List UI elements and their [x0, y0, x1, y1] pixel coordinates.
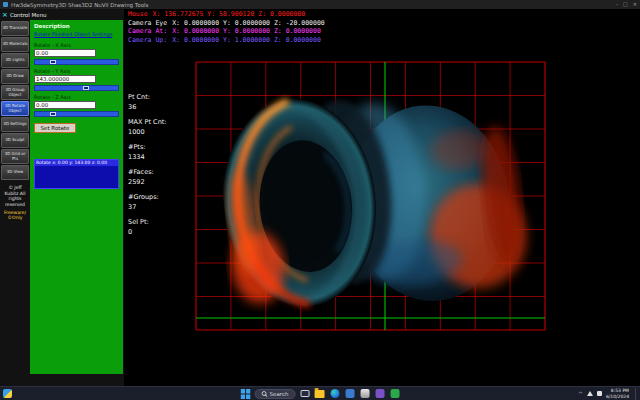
volume-icon[interactable]: [597, 391, 602, 396]
rotate-x-input[interactable]: [34, 49, 96, 57]
stat-sel-pt-value: 0: [128, 228, 167, 238]
stat-max-pt-cnt-label: MAX Pt Cnt:: [128, 118, 167, 128]
viewport-canvas: [124, 9, 640, 386]
copyright-text: © Jeff Kubitz All rights reserved: [1, 185, 29, 207]
app4-button[interactable]: [389, 388, 400, 399]
close-button[interactable]: ✕: [633, 0, 637, 9]
screen: Hw3daSymmetry3D Shas3D2 NuVil Drawing To…: [0, 0, 640, 400]
camera-at-coords: X: 0.0000000 Y: 0.0000000 Z: 0.0000000: [172, 27, 321, 35]
taskbar-center: Search: [240, 388, 401, 399]
app-body: × Control Menu 3D Translate 3D Materials…: [0, 9, 640, 386]
rotate-z-slider-thumb[interactable]: [50, 112, 56, 116]
rotate-x-slider[interactable]: [34, 59, 119, 65]
model-stats: Pt Cnt:36 MAX Pt Cnt:1000 #Pts:1334 #Fac…: [128, 93, 167, 243]
edge-button[interactable]: [329, 388, 340, 399]
rotate-y-slider[interactable]: [34, 85, 119, 91]
tool-button-sculpt[interactable]: 3D Sculpt: [1, 133, 29, 148]
tool-button-lights[interactable]: 3D Lights: [1, 53, 29, 68]
app3-button[interactable]: [374, 388, 385, 399]
camera-eye-label: Camera Eye: [128, 19, 167, 27]
sidebar-header: × Control Menu: [0, 9, 124, 20]
description-label: Description: [34, 23, 119, 29]
rotate-z-label: Rotate - Z Axis: [34, 94, 119, 100]
grid-overlay: [196, 62, 545, 330]
app2-button[interactable]: [359, 388, 370, 399]
app2-icon: [360, 389, 369, 398]
minimize-button[interactable]: –: [616, 0, 619, 9]
stat-pts-value: 1334: [128, 153, 167, 163]
network-icon[interactable]: [587, 391, 593, 396]
taskbar-clock[interactable]: 8:53 PM 6/10/2024: [606, 388, 629, 399]
tool-button-settings[interactable]: 3D Settings: [1, 117, 29, 132]
rotate-z-slider[interactable]: [34, 111, 119, 117]
stat-faces: #Faces:2592: [128, 168, 167, 187]
app3-icon: [375, 389, 384, 398]
tool-button-group-object[interactable]: 3D Group Object: [1, 85, 29, 100]
vase-3d-object: [213, 76, 532, 322]
camera-eye-readout: Camera EyeX: 0.0000000 Y: 0.0000000 Z: -…: [128, 19, 325, 28]
stat-pts: #Pts:1334: [128, 143, 167, 162]
viewport-3d[interactable]: MouseX: 136.772675 Y: 58.900120 Z: 0.000…: [124, 9, 640, 386]
rotate-x-label: Rotate - X Axis: [34, 42, 119, 48]
edge-icon: [330, 389, 339, 398]
camera-up-coords: X: 0.0000000 Y: 1.0000000 Z: 0.0000000: [172, 36, 321, 44]
widgets-icon[interactable]: [3, 389, 12, 398]
tool-button-translate[interactable]: 3D Translate: [1, 21, 29, 36]
tool-button-grid-pts[interactable]: 3D Grid or Pts: [1, 149, 29, 164]
freeware-text: Freeware/ ©Only: [1, 210, 29, 220]
hidden-icons-chevron[interactable]: ^: [578, 387, 583, 400]
window-titlebar[interactable]: Hw3daSymmetry3D Shas3D2 NuVil Drawing To…: [0, 0, 640, 9]
rotate-status-box: Rotate x: 0.00 y: 143.00 z: 0.00: [34, 159, 119, 189]
stat-pts-label: #Pts:: [128, 143, 167, 153]
taskbar-search[interactable]: Search: [255, 389, 296, 399]
stat-sel-pt: Sel Pt:0: [128, 218, 167, 237]
stat-groups-label: #Groups:: [128, 193, 167, 203]
taskbar: Search ^ 8:53 PM 6/10/2024: [0, 386, 640, 400]
camera-up-readout: Camera Up:X: 0.0000000 Y: 1.0000000 Z: 0…: [128, 36, 325, 45]
tool-button-materials[interactable]: 3D Materials: [1, 37, 29, 52]
file-explorer-icon: [315, 390, 325, 398]
rotate-x-slider-thumb[interactable]: [50, 60, 56, 64]
control-sidebar: × Control Menu 3D Translate 3D Materials…: [0, 9, 124, 386]
stat-pt-cnt-label: Pt Cnt:: [128, 93, 167, 103]
camera-at-readout: Camera At:X: 0.0000000 Y: 0.0000000 Z: 0…: [128, 27, 325, 36]
show-desktop-button[interactable]: [635, 388, 637, 400]
system-tray: ^ 8:53 PM 6/10/2024: [578, 387, 637, 400]
mouse-label: Mouse: [128, 10, 148, 18]
task-view-icon: [300, 390, 309, 397]
file-explorer-button[interactable]: [314, 388, 325, 399]
rotate-y-slider-thumb[interactable]: [83, 86, 89, 90]
app1-button[interactable]: [344, 388, 355, 399]
tray-date: 6/10/2024: [606, 394, 629, 400]
stat-faces-value: 2592: [128, 178, 167, 188]
maximize-button[interactable]: □: [623, 0, 628, 9]
tool-button-draw[interactable]: 3D Draw: [1, 69, 29, 84]
tool-button-view[interactable]: 3D View: [1, 165, 29, 180]
app-logo-icon: ×: [2, 11, 8, 19]
window-title: Hw3daSymmetry3D Shas3D2 NuVil Drawing To…: [11, 2, 148, 8]
rotate-object-panel: Description Rotate Finished Object Setti…: [30, 20, 123, 374]
rotate-y-input[interactable]: [34, 75, 96, 83]
rotate-settings-link[interactable]: Rotate Finished Object Settings: [34, 31, 119, 37]
stat-sel-pt-label: Sel Pt:: [128, 218, 167, 228]
camera-up-label: Camera Up:: [128, 36, 167, 44]
stat-pt-cnt-value: 36: [128, 103, 167, 113]
rotate-y-label: Rotate - Y Axis: [34, 68, 119, 74]
rotate-z-input[interactable]: [34, 101, 96, 109]
search-label: Search: [270, 391, 289, 397]
window-controls: – □ ✕: [616, 0, 637, 9]
app4-icon: [390, 389, 399, 398]
task-view-button[interactable]: [299, 388, 310, 399]
mouse-coords: X: 136.772675 Y: 58.900120 Z: 0.0000000: [153, 10, 306, 18]
stat-faces-label: #Faces:: [128, 168, 167, 178]
set-rotate-button[interactable]: Set Rotate: [34, 123, 76, 133]
camera-eye-coords: X: 0.0000000 Y: 0.0000000 Z: -20.000000: [172, 19, 325, 27]
start-button[interactable]: [240, 388, 251, 399]
tool-button-rotate-object[interactable]: 3D Rotate Object: [1, 101, 29, 116]
hud-readout: MouseX: 136.772675 Y: 58.900120 Z: 0.000…: [128, 10, 325, 44]
stat-pt-cnt: Pt Cnt:36: [128, 93, 167, 112]
stat-groups: #Groups:37: [128, 193, 167, 212]
app-icon: [3, 2, 8, 7]
stat-groups-value: 37: [128, 203, 167, 213]
search-icon: [262, 391, 267, 396]
